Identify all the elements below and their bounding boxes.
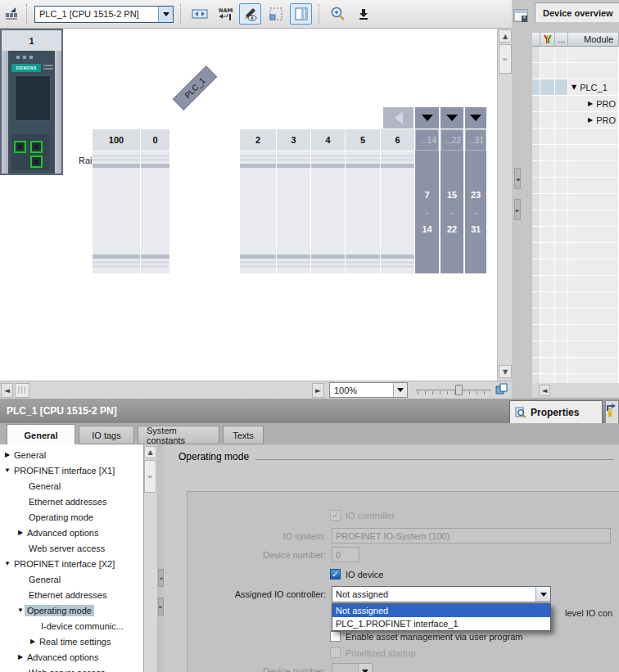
io-device-checkbox[interactable]: ✓	[330, 569, 341, 580]
info-tab-partial[interactable]	[605, 400, 619, 423]
tab-general[interactable]: General	[7, 424, 75, 445]
slot-header[interactable]: 100	[93, 129, 141, 151]
split-editor-button[interactable]	[513, 8, 530, 26]
canvas-vertical-scrollbar[interactable]: ▲ ≡ ▼	[497, 29, 512, 381]
h-scroll-thumb[interactable]: |||	[15, 383, 29, 398]
rail-slot[interactable]	[93, 151, 141, 273]
tree-item-idevice-communication[interactable]: I-device communic...	[0, 618, 144, 634]
scroll-right-button[interactable]: ►	[312, 383, 324, 398]
table-row[interactable]	[532, 63, 619, 79]
table-row-interface[interactable]: ▶ PRO	[532, 96, 619, 112]
table-row[interactable]	[532, 129, 619, 145]
slot-header[interactable]: 3	[277, 129, 311, 151]
table-row[interactable]	[532, 227, 619, 243]
tree-item-realtime-settings[interactable]: ▶Real time settings	[0, 634, 144, 649]
scroll-thumb[interactable]: ≡	[144, 460, 156, 493]
table-row[interactable]	[532, 309, 619, 325]
device-name-tag[interactable]: PLC_1	[173, 65, 217, 110]
table-row[interactable]	[532, 210, 619, 227]
table-row[interactable]	[532, 161, 619, 178]
scroll-up-button[interactable]: ▲	[499, 29, 512, 43]
table-row[interactable]	[532, 259, 619, 276]
measure-width-button[interactable]	[188, 3, 210, 25]
collapsed-slots-header[interactable]: ...31	[465, 129, 486, 151]
tree-item-general-x2[interactable]: General	[0, 571, 144, 587]
collapse-arrow-icon[interactable]: ▼	[572, 83, 576, 91]
tree-item-general[interactable]: ▶General	[0, 447, 144, 462]
grid-snap-button[interactable]	[264, 3, 287, 25]
io-controller-checkbox[interactable]: ✓	[330, 510, 341, 521]
table-row[interactable]	[532, 194, 619, 210]
tree-item-opmode-x1[interactable]: Operating mode	[0, 509, 144, 525]
tree-item-opmode-x2-selected[interactable]: ▼Operating mode	[0, 602, 144, 618]
asset-management-checkbox[interactable]	[330, 631, 341, 642]
edit-labels-button[interactable]	[239, 3, 261, 25]
dropdown-arrow-icon[interactable]	[535, 587, 550, 602]
rail-slot[interactable]	[381, 151, 415, 273]
cpu-module-graphic[interactable]: SIEMENS	[2, 51, 61, 174]
scroll-down-button[interactable]: ▼	[499, 365, 512, 378]
tree-item-webserver-x2[interactable]: Web server access	[0, 665, 144, 672]
save-layout-button[interactable]	[352, 3, 374, 25]
slot-header[interactable]: 6	[381, 129, 415, 151]
assigned-io-controller-dropdown[interactable]: Not assigned	[332, 586, 551, 602]
slot-header-selected[interactable]: 1	[2, 30, 61, 51]
device-overview-tab[interactable]: Device overview	[535, 2, 619, 22]
rail-slot[interactable]	[311, 151, 346, 273]
expand-group-button[interactable]	[415, 107, 439, 129]
rail-slot[interactable]	[277, 151, 311, 273]
rail-slot[interactable]	[141, 151, 170, 273]
table-row[interactable]	[532, 292, 619, 309]
device-selector-dropdown[interactable]: PLC_1 [CPU 1515-2 PN]	[34, 6, 174, 23]
dropdown-arrow-icon[interactable]	[393, 383, 407, 397]
module-column-header[interactable]: Module	[568, 33, 619, 47]
tree-item-profinet-x1[interactable]: ▼PROFINET interface [X1]	[0, 462, 144, 478]
scroll-thumb[interactable]: ≡	[499, 44, 512, 74]
station-config-icon[interactable]	[3, 5, 20, 23]
table-row[interactable]	[532, 358, 619, 374]
expand-group-button[interactable]	[465, 107, 486, 129]
slot-header[interactable]: 0	[141, 129, 170, 151]
table-row[interactable]	[532, 341, 619, 358]
dropdown-option[interactable]: PLC_1.PROFINET interface_1	[332, 617, 550, 630]
expand-group-button[interactable]	[441, 107, 463, 129]
collapsed-slots-range[interactable]: 23-31	[465, 151, 486, 273]
tree-item-profinet-x2[interactable]: ▼PROFINET interface [X2]	[0, 556, 144, 571]
fit-view-button[interactable]	[495, 382, 508, 398]
zoom-slider[interactable]	[416, 384, 491, 397]
zoom-level-dropdown[interactable]: 100%	[329, 382, 408, 398]
table-row-interface[interactable]: ▶ PRO	[532, 112, 619, 129]
splitter-collapse-right-handle[interactable]: ►	[158, 598, 164, 616]
device-overview-h-scrollbar[interactable]: ◄	[532, 383, 619, 397]
table-row[interactable]	[532, 47, 619, 63]
dropdown-option-selected[interactable]: Not assigned	[332, 604, 550, 617]
tree-scrollbar[interactable]: ▲ ≡	[144, 444, 158, 672]
splitter-collapse-left-handle[interactable]: ◄	[158, 569, 164, 587]
dropdown-arrow-icon[interactable]	[158, 7, 173, 22]
collapsed-slots-header[interactable]: ...14	[415, 129, 439, 151]
cpu-module-slot[interactable]: 1 SIEMENS	[0, 29, 63, 175]
collapsed-slots-range[interactable]: 7-14	[415, 151, 439, 273]
rail-slot[interactable]	[346, 151, 381, 273]
tab-texts[interactable]: Texts	[223, 426, 264, 444]
tree-item-ethernet-x2[interactable]: Ethernet addresses	[0, 587, 144, 602]
tree-item-advanced-x2[interactable]: ▶Advanced options	[0, 649, 144, 665]
tree-splitter[interactable]: ◄ ►	[158, 444, 164, 672]
expand-arrow-icon[interactable]: ▶	[588, 116, 593, 124]
zoom-slider-thumb[interactable]	[455, 385, 463, 395]
scroll-left-button[interactable]: ◄	[539, 385, 550, 396]
zoom-in-button[interactable]	[327, 3, 349, 25]
tab-system-constants[interactable]: System constants	[138, 426, 219, 444]
slot-header[interactable]: 5	[346, 129, 381, 151]
slot-header[interactable]: 4	[311, 129, 346, 151]
expand-arrow-icon[interactable]: ▶	[588, 100, 593, 107]
table-row[interactable]	[532, 145, 619, 161]
scroll-up-button[interactable]: ▲	[144, 446, 156, 458]
io-system-field[interactable]: PROFINET IO-System (100)	[332, 528, 611, 543]
table-row[interactable]	[532, 325, 619, 341]
bottom-device-number-dropdown[interactable]	[332, 663, 373, 672]
tree-item-advanced-x1[interactable]: ▶Advanced options	[0, 525, 144, 540]
collapsed-slots-range[interactable]: 15-22	[441, 151, 463, 273]
table-row[interactable]	[532, 276, 619, 292]
slot-header[interactable]: 2	[240, 129, 277, 151]
